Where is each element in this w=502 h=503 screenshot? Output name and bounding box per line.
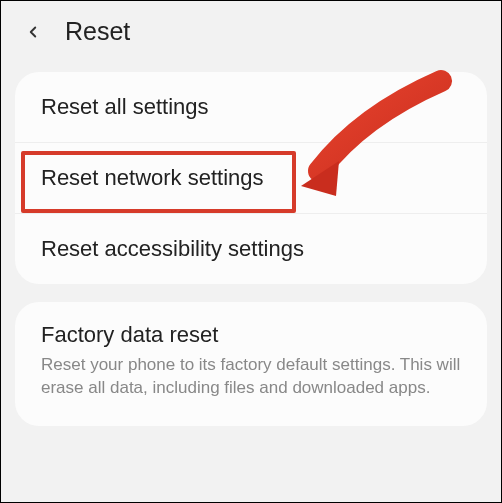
page-title: Reset	[65, 17, 130, 46]
list-item-description: Reset your phone to its factory default …	[41, 354, 461, 400]
settings-group-2: Factory data reset Reset your phone to i…	[15, 302, 487, 426]
list-item-label: Reset accessibility settings	[41, 236, 304, 261]
back-icon[interactable]	[21, 20, 45, 44]
list-item-factory-reset[interactable]: Factory data reset Reset your phone to i…	[15, 302, 487, 426]
list-item-label: Factory data reset	[41, 322, 461, 348]
list-item-reset-all[interactable]: Reset all settings	[15, 72, 487, 143]
list-item-label: Reset all settings	[41, 94, 209, 119]
list-item-label: Reset network settings	[41, 165, 264, 190]
header: Reset	[1, 1, 501, 66]
list-item-reset-network[interactable]: Reset network settings	[15, 143, 487, 214]
list-item-reset-accessibility[interactable]: Reset accessibility settings	[15, 214, 487, 284]
settings-group-1: Reset all settings Reset network setting…	[15, 72, 487, 284]
